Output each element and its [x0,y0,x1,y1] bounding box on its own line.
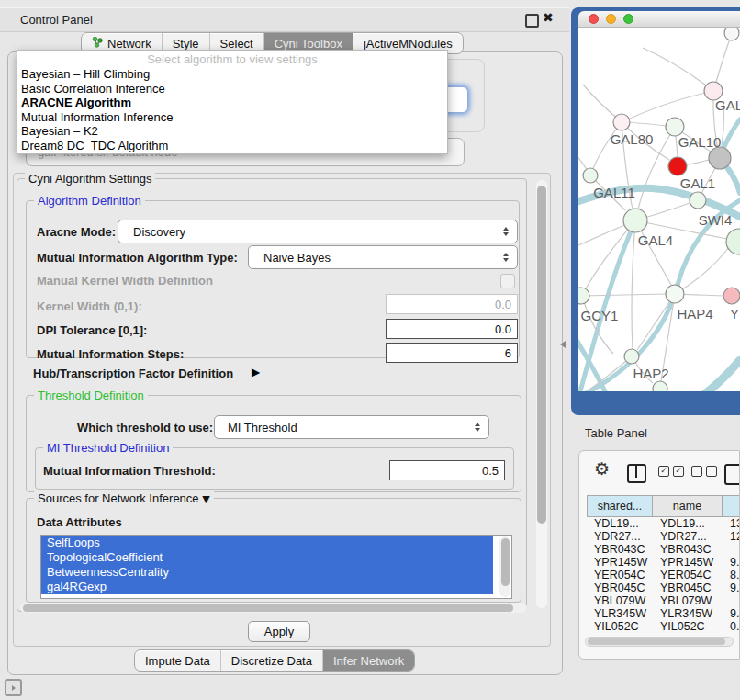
table-row[interactable]: YBR045CYBR045C9. [587,581,740,594]
table-icon[interactable] [724,464,740,485]
table-cell [723,543,740,556]
kernel-width-field[interactable]: 0.0 [386,294,518,314]
algorithm-option-dream8-dc-tdc-algorithm[interactable]: Dream8 DC_TDC Algorithm [17,139,447,153]
network-node-gal80[interactable] [613,114,630,130]
settings-vertical-scrollbar[interactable] [536,180,547,608]
attribute-item-topologicalcoefficient[interactable]: TopologicalCoefficient [41,550,493,565]
tab-infer-network[interactable]: Infer Network [323,650,414,671]
data-attributes-list[interactable]: SelfLoopsTopologicalCoefficientBetweenne… [40,535,512,599]
algorithm-option-bayesian-hill-climbing[interactable]: Bayesian – Hill Climbing [17,67,447,82]
aracne-mode-combo[interactable]: Discovery [118,220,518,243]
table-body: YDL19...YDL19...13YDR27...YDR27...12YBR0… [587,517,740,633]
dpi-tolerance-field[interactable]: 0.0 [386,319,518,339]
table-row[interactable]: YLR345WYLR345W9. [587,607,740,620]
sources-title-text: Sources for Network Inference [38,491,199,505]
network-node-gal1[interactable] [668,157,687,175]
network-node-hap2[interactable] [624,349,639,364]
network-node[interactable] [724,28,739,40]
tab-label: Network [107,37,151,51]
network-node-swi4[interactable] [690,192,706,209]
network-node-hap4[interactable] [666,285,684,303]
hub-expander-icon[interactable]: ▶ [252,366,260,378]
algorithm-option-aracne-algorithm[interactable]: ARACNE Algorithm [17,96,447,110]
combo-spinner-icon [475,423,488,432]
table-panel-title: Table Panel [585,426,647,440]
network-icon [92,36,103,51]
expand-panel-button[interactable] [5,679,22,696]
table-cell: YIL052C [587,620,653,633]
minimize-traffic-light-icon[interactable] [606,14,616,24]
algorithm-dropdown-list: Select algorithm to view settings Bayesi… [17,50,448,154]
sources-collapse-icon[interactable]: ▼ [202,493,209,505]
table-row[interactable]: YIL052CYIL052C0. [587,620,740,633]
tab-discretize-data[interactable]: Discretize Data [221,650,323,671]
algorithm-dropdown-placeholder: Select algorithm to view settings [17,52,447,67]
table-row[interactable]: YPR145WYPR145W9. [587,556,740,569]
attribute-item-gal4rgexp[interactable]: gal4RGexp [41,580,493,594]
attribute-list-scrollbar[interactable] [499,536,510,597]
table-cell: YPR145W [587,556,653,569]
attribute-item-betweennesscentrality[interactable]: BetweennessCentrality [41,565,493,580]
table-row[interactable]: YDR27...YDR27...12 [587,530,740,543]
table-horizontal-scrollbar[interactable] [585,637,734,647]
columns-icon[interactable] [627,464,646,483]
which-threshold-label: Which threshold to use: [77,421,213,435]
network-node-gal11[interactable] [583,168,598,183]
select-all-columns-icon[interactable]: ✓✓ [658,466,684,477]
cyni-algorithm-settings-title: Cyni Algorithm Settings [25,172,155,186]
node-label-y: Y [730,306,739,322]
settings-gear-icon[interactable]: ⚙ [594,458,610,479]
mi-threshold-field[interactable]: 0.5 [389,460,505,480]
table-row[interactable]: YDL19...YDL19...13 [587,517,740,530]
attribute-item-selfloops[interactable]: SelfLoops [41,536,493,550]
table-cell: 12 [723,530,740,543]
table-row[interactable]: YBL079WYBL079W [587,594,740,607]
network-window-titlebar[interactable] [578,11,740,28]
column-header-shared[interactable]: shared... [587,495,653,517]
data-attributes-label: Data Attributes [37,515,122,529]
network-node-gal10[interactable] [666,118,684,136]
close-icon[interactable]: ✖ [543,10,554,25]
apply-button[interactable]: Apply [248,621,310,642]
node-label-gal1: GAL1 [680,175,715,191]
which-threshold-value: MI Threshold [215,421,297,435]
algorithm-option-mutual-information-inference[interactable]: Mutual Information Inference [17,110,447,125]
algorithm-option-bayesian-k2[interactable]: Bayesian – K2 [17,124,447,139]
column-header-a[interactable]: A [723,495,740,517]
sources-group-title: Sources for Network Inference ▼ [34,491,214,506]
network-node[interactable] [709,147,731,169]
network-node-gal4[interactable] [623,209,647,232]
network-node[interactable] [653,381,667,391]
screen: Control Panel ✖ NetworkStyleSelectCyni T… [0,0,740,700]
which-threshold-combo[interactable]: MI Threshold [214,415,489,439]
algorithm-option-basic-correlation-inference[interactable]: Basic Correlation Inference [17,82,447,96]
network-node-y[interactable] [723,288,740,304]
splitter-collapse-icon[interactable] [560,341,566,348]
dpi-tolerance-label: DPI Tolerance [0,1]: [37,323,147,337]
table-cell: 13 [723,517,740,530]
bottom-tabs: Impute DataDiscretize DataInfer Network [134,649,415,672]
table-row[interactable]: YER054CYER054C8. [587,569,740,581]
float-window-button[interactable] [525,14,539,28]
manual-kernel-width-checkbox[interactable] [500,274,515,288]
node-label-swi4: SWI4 [699,212,733,228]
column-header-name[interactable]: name [653,495,723,517]
tab-impute-data[interactable]: Impute Data [135,650,221,671]
network-node[interactable] [726,229,740,254]
mi-steps-field[interactable]: 6 [386,343,518,363]
tab-label: Discretize Data [231,654,312,668]
table-cell: 8. [723,569,740,581]
close-traffic-light-icon[interactable] [589,14,599,24]
mi-algorithm-type-combo[interactable]: Naive Bayes [248,245,518,269]
zoom-traffic-light-icon[interactable] [623,14,633,24]
node-label-gal4: GAL4 [638,232,673,248]
mi-steps-label: Mutual Information Steps: [37,347,184,361]
table-cell: YDL19... [653,517,723,530]
table-cell: YLR345W [587,607,653,620]
network-node-gcy1[interactable] [578,288,589,304]
table-row[interactable]: YBR043CYBR043C [587,543,740,556]
deselect-all-columns-icon[interactable] [691,466,717,477]
network-canvas[interactable]: GALGAL80GAL10GAL1GAL11SWI4GAL4GCY1HAP4YH… [578,28,740,391]
settings-horizontal-scrollbar[interactable] [20,603,527,613]
kernel-width-label: Kernel Width (0,1): [37,299,142,313]
